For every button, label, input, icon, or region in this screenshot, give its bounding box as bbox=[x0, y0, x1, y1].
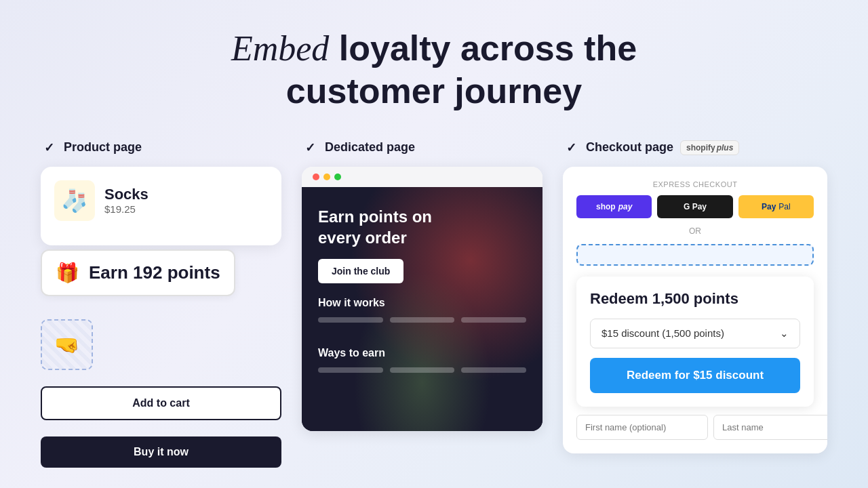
how-it-works-section: How it works bbox=[302, 283, 542, 336]
hero-title-bold: loyalty across thecustomer journey bbox=[286, 28, 637, 110]
coupon-input-area bbox=[576, 244, 814, 266]
dot-green bbox=[334, 174, 341, 180]
checkout-inner: Express checkout shop pay G Pay PayPal O… bbox=[563, 167, 827, 453]
ways-to-earn-title: Ways to earn bbox=[318, 347, 526, 359]
product-page-label: ✓ Product page bbox=[41, 140, 142, 156]
buy-now-button[interactable]: Buy it now bbox=[41, 436, 281, 468]
skeleton-line-4 bbox=[318, 367, 383, 373]
checkout-form bbox=[576, 415, 814, 440]
shop-pay-label: shop bbox=[596, 202, 616, 211]
shop-pay-button[interactable]: shop pay bbox=[576, 195, 652, 218]
product-page-title: Product page bbox=[64, 140, 142, 155]
dedicated-page-label: ✓ Dedicated page bbox=[302, 140, 415, 156]
check-icon: ✓ bbox=[41, 140, 57, 156]
earn-points-text: Earn 192 points bbox=[89, 262, 220, 283]
dedicated-content: Earn points on every order Join the club… bbox=[302, 187, 542, 431]
shopify-text: shopify bbox=[686, 143, 715, 152]
product-price: $19.25 bbox=[104, 203, 149, 215]
skeleton-line-5 bbox=[390, 367, 455, 373]
dedicated-page-title: Dedicated page bbox=[325, 140, 415, 155]
dedicated-page-column: ✓ Dedicated page Earn points on every or… bbox=[302, 140, 542, 431]
skeleton-lines-2 bbox=[318, 367, 526, 373]
join-club-button[interactable]: Join the club bbox=[318, 259, 403, 283]
skeleton-line-2 bbox=[390, 317, 455, 323]
earn-points-banner: 🎁 Earn 192 points bbox=[41, 249, 235, 296]
express-checkout-label: Express checkout bbox=[576, 180, 814, 188]
discount-selector[interactable]: $15 discount (1,500 points) ⌄ bbox=[590, 319, 800, 348]
gpay-label: G Pay bbox=[684, 202, 707, 211]
paypal-label: Pay bbox=[762, 202, 776, 211]
check-icon-3: ✓ bbox=[563, 140, 579, 156]
plus-text: plus bbox=[717, 143, 734, 152]
redeem-card: Redeem 1,500 points $15 discount (1,500 … bbox=[576, 277, 814, 407]
drag-handle-area: 🤜 bbox=[41, 319, 93, 370]
product-page-column: ✓ Product page 🧦 Socks $19.25 🎁 Earn 192… bbox=[41, 140, 281, 468]
product-info: Socks $19.25 bbox=[104, 186, 149, 215]
dedicated-headline: Earn points on every order bbox=[318, 206, 454, 248]
add-to-cart-button[interactable]: Add to cart bbox=[41, 386, 281, 420]
skeleton-lines bbox=[318, 317, 526, 323]
or-divider: OR bbox=[576, 226, 814, 236]
product-card: 🧦 Socks $19.25 bbox=[41, 167, 281, 245]
dedicated-card: Earn points on every order Join the club… bbox=[302, 167, 542, 431]
hero-title-normal: Embed bbox=[231, 29, 329, 68]
payment-buttons: shop pay G Pay PayPal bbox=[576, 195, 814, 218]
product-name: Socks bbox=[104, 186, 149, 203]
chevron-down-icon: ⌄ bbox=[780, 327, 789, 340]
ways-to-earn-section: Ways to earn bbox=[302, 336, 542, 384]
skeleton-line-6 bbox=[461, 367, 526, 373]
checkout-page-title: Checkout page bbox=[586, 140, 673, 155]
redeem-button[interactable]: Redeem for $15 discount bbox=[590, 358, 800, 393]
skeleton-line-3 bbox=[461, 317, 526, 323]
redeem-title: Redeem 1,500 points bbox=[590, 290, 800, 308]
product-image: 🧦 bbox=[54, 180, 95, 221]
paypal-button[interactable]: PayPal bbox=[738, 195, 814, 218]
discount-option-text: $15 discount (1,500 points) bbox=[601, 327, 724, 339]
paypal-label-2: Pal bbox=[778, 202, 790, 211]
drag-cursor-icon: 🤜 bbox=[54, 333, 79, 357]
check-icon-2: ✓ bbox=[302, 140, 318, 156]
gift-icon: 🎁 bbox=[56, 262, 79, 284]
dot-yellow bbox=[323, 174, 330, 180]
checkout-page-column: ✓ Checkout page shopifyplus Express chec… bbox=[563, 140, 827, 453]
checkout-card: Express checkout shop pay G Pay PayPal O… bbox=[563, 167, 827, 453]
last-name-input[interactable] bbox=[713, 415, 827, 440]
skeleton-line-1 bbox=[318, 317, 383, 323]
how-it-works-title: How it works bbox=[318, 297, 526, 309]
sock-emoji: 🧦 bbox=[61, 188, 88, 214]
google-pay-button[interactable]: G Pay bbox=[657, 195, 732, 218]
feature-columns: ✓ Product page 🧦 Socks $19.25 🎁 Earn 192… bbox=[41, 140, 827, 468]
hero-section: Embed loyalty across thecustomer journey bbox=[231, 27, 637, 113]
first-name-input[interactable] bbox=[576, 415, 708, 440]
dot-red bbox=[313, 174, 319, 180]
dedicated-overlay: Earn points on every order Join the club bbox=[302, 187, 542, 283]
checkout-page-label: ✓ Checkout page shopifyplus bbox=[563, 140, 739, 156]
shopify-plus-badge: shopifyplus bbox=[680, 140, 739, 155]
product-header: 🧦 Socks $19.25 bbox=[54, 180, 268, 221]
browser-bar bbox=[302, 167, 542, 187]
shop-pay-label-2: pay bbox=[618, 202, 633, 211]
